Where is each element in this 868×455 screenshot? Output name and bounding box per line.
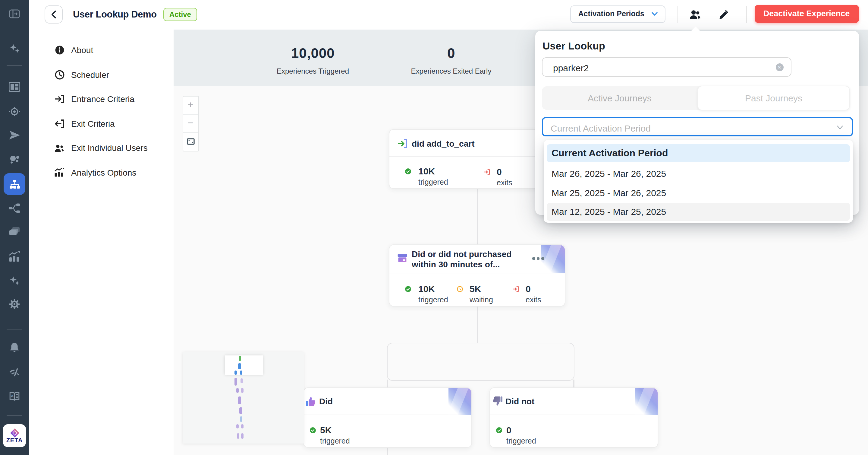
zeta-logo-text: ZETA	[6, 437, 23, 443]
info-icon	[54, 45, 64, 55]
user-lookup-icon[interactable]	[689, 9, 701, 20]
node-stat: 0exits	[513, 284, 541, 304]
node-stat: 0exits	[484, 167, 512, 187]
sparkles-icon[interactable]	[9, 43, 20, 54]
option-mar-26-mar-26[interactable]: Mar 26, 2025 - Mar 26, 2025	[547, 165, 850, 181]
edge-entrance-to-split	[477, 189, 478, 245]
check-circle-icon	[405, 168, 411, 174]
journeys-tabs: Active Journeys Past Journeys	[541, 86, 849, 110]
clock-icon	[54, 70, 64, 79]
signal-status-icon[interactable]	[9, 367, 20, 377]
thumbs-up-icon	[306, 396, 316, 407]
menu-item-exit-individual-users[interactable]: Exit Individual Users	[29, 139, 174, 157]
edge-branch-bracket	[387, 343, 575, 381]
templates-icon[interactable]	[9, 227, 20, 236]
node-corner-ribbon	[541, 245, 564, 273]
node-stat: 0triggered	[496, 425, 536, 445]
flows-icon[interactable]	[9, 203, 20, 213]
chevron-down-icon	[652, 12, 658, 16]
notifications-bell-icon[interactable]	[9, 342, 20, 353]
zeta-logo[interactable]: ZETA	[3, 424, 26, 447]
exit-red-icon	[484, 169, 490, 175]
collapse-panel-icon[interactable]	[9, 9, 20, 19]
popover-title: User Lookup	[542, 40, 605, 53]
sidebar-divider	[7, 65, 22, 66]
user-search-input[interactable]: pparker2 ✕	[541, 57, 791, 76]
settings-gear-icon[interactable]	[9, 298, 20, 310]
chevron-down-icon	[836, 125, 843, 130]
app-sidebar-item-journeys-active[interactable]	[4, 173, 25, 195]
minimap-node-marker	[239, 356, 241, 361]
minimap-node-marker	[241, 433, 244, 439]
node-menu-dots[interactable]	[532, 257, 544, 260]
fit-view-button[interactable]	[183, 133, 198, 150]
menu-item-exit-criteria[interactable]: Exit Criteria	[29, 114, 174, 133]
users-icon	[54, 143, 64, 152]
activation-period-select[interactable]: Current Activation Period	[541, 117, 852, 136]
entrance-icon	[54, 94, 64, 104]
menu-item-analytics-options[interactable]: Analytics Options	[29, 163, 174, 181]
check-circle-icon	[405, 286, 411, 292]
page-title: User Lookup Demo	[73, 9, 157, 20]
activation-periods-dropdown[interactable]: Activation Periods	[570, 5, 666, 23]
node-corner-ribbon	[635, 388, 658, 415]
app-sidebar: A ZETA	[0, 0, 29, 455]
package-node-icon	[397, 253, 407, 263]
send-icon[interactable]	[9, 130, 20, 140]
exit-red-icon	[513, 286, 519, 292]
journey-settings-menu: About Scheduler Entrance Criteria Exit C…	[29, 29, 174, 455]
minimap-node-marker	[241, 424, 244, 428]
minimap-node-marker	[241, 388, 244, 393]
entrance-node-icon	[398, 139, 407, 148]
menu-item-entrance-criteria[interactable]: Entrance Criteria	[29, 90, 174, 108]
minimap-viewport[interactable]	[224, 355, 262, 375]
node-stat: 5Ktriggered	[310, 425, 350, 445]
node-did-not[interactable]: Did not 0triggered	[490, 388, 658, 448]
audiences-icon[interactable]	[9, 154, 20, 164]
stat-experiences-triggered: 10,000 Experiences Triggered	[277, 45, 349, 75]
minimap-node-marker	[239, 407, 242, 414]
thumbs-down-icon	[492, 396, 503, 407]
minimap-node-marker	[238, 396, 241, 404]
canvas-zoom-controls: + −	[182, 96, 198, 151]
edge-split-down	[477, 306, 478, 343]
clock-orange-icon	[457, 286, 463, 292]
activation-period-dropdown-list: Current Activation Period Mar 26, 2025 -…	[544, 140, 853, 223]
status-badge: Active	[163, 8, 197, 22]
deactivate-experience-button[interactable]: Deactivate Experience	[754, 4, 859, 23]
node-stat: 5Kwaiting	[457, 284, 493, 304]
minimap-node-marker	[241, 378, 243, 383]
minimap-node-marker	[236, 388, 239, 393]
node-stat: 10Ktriggered	[405, 284, 448, 304]
menu-item-about[interactable]: About	[29, 41, 174, 59]
option-mar-12-mar-25[interactable]: Mar 12, 2025 - Mar 25, 2025	[547, 202, 850, 221]
zoom-in-button[interactable]: +	[183, 96, 198, 114]
minimap-node-marker	[235, 371, 237, 375]
check-circle-icon	[496, 427, 502, 433]
node-did[interactable]: Did 5Ktriggered	[303, 388, 472, 448]
option-mar-25-mar-26[interactable]: Mar 25, 2025 - Mar 26, 2025	[547, 184, 850, 201]
option-current-activation-period[interactable]: Current Activation Period	[547, 144, 850, 162]
node-did-or-did-not-purchased[interactable]: Did or did not purchased within 30 minut…	[389, 245, 565, 306]
tab-active-journeys[interactable]: Active Journeys	[541, 86, 698, 110]
header-divider	[677, 6, 678, 23]
zoom-out-button[interactable]: −	[183, 114, 198, 133]
canvas-minimap[interactable]	[183, 352, 304, 444]
minimap-node-marker	[237, 433, 239, 439]
dashboard-icon[interactable]	[9, 82, 20, 92]
node-corner-ribbon	[448, 388, 471, 415]
clear-input-icon[interactable]: ✕	[775, 63, 783, 71]
target-icon[interactable]	[8, 106, 21, 116]
exit-icon	[54, 119, 64, 128]
edit-pencil-icon[interactable]	[718, 9, 728, 20]
tab-past-journeys[interactable]: Past Journeys	[698, 85, 850, 110]
back-button[interactable]	[44, 5, 63, 24]
docs-book-icon[interactable]: A	[8, 391, 21, 401]
edge-stub-didnot	[573, 379, 574, 388]
check-circle-icon	[310, 427, 316, 433]
menu-item-scheduler[interactable]: Scheduler	[29, 65, 174, 84]
popover-caret	[691, 26, 701, 31]
reports-icon[interactable]	[9, 251, 20, 261]
sparkles-2-icon[interactable]	[9, 275, 20, 286]
top-header: User Lookup DemoActive Activation Period…	[29, 0, 868, 29]
